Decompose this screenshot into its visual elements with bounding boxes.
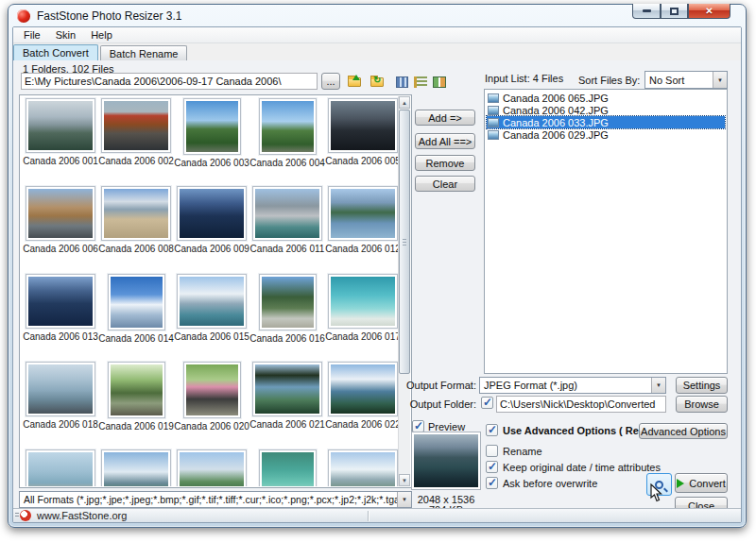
thumbnail-item[interactable]: Canada 2006 004: [249, 98, 325, 186]
thumbnail-item[interactable]: Canada 2006 018: [23, 362, 98, 449]
add-all-button[interactable]: Add All ==>: [415, 133, 475, 149]
output-format-dropdown[interactable]: JPEG Format (*.jpg): [479, 377, 666, 394]
browse-button[interactable]: Browse: [676, 396, 728, 413]
thumbnail-card: [101, 186, 171, 241]
thumbnail-item[interactable]: Canada 2006 003: [174, 98, 249, 186]
thumbnail-item[interactable]: Canada 2006 022: [325, 362, 399, 449]
remove-button[interactable]: Remove: [415, 155, 475, 171]
columns-view-icon: [396, 76, 408, 88]
thumbnails-view-button[interactable]: [431, 74, 448, 90]
thumbnail-label: Canada 2006 011: [250, 244, 325, 254]
menu-item[interactable]: Help: [83, 28, 120, 42]
thumbnail-item[interactable]: Canada 2006 021: [249, 362, 325, 449]
status-link[interactable]: www.FastStone.org: [37, 510, 127, 521]
menu-item[interactable]: Skin: [48, 28, 83, 42]
settings-button[interactable]: Settings: [676, 377, 728, 394]
thumbnail-image: [180, 452, 244, 486]
thumbnail-item[interactable]: Canada 2006 020: [174, 362, 249, 449]
details-view-button[interactable]: [412, 74, 429, 90]
thumbnail-image: [28, 452, 93, 486]
thumbnail-label: Canada 2006 008: [98, 244, 174, 254]
add-button[interactable]: Add =>: [415, 110, 475, 126]
scroll-down-icon[interactable]: ▼: [399, 474, 410, 486]
thumbnail-item[interactable]: Canada 2006 015: [174, 274, 249, 362]
menu-item[interactable]: File: [16, 28, 48, 42]
faststone-logo-icon: [20, 510, 31, 521]
rename-checkbox[interactable]: [486, 445, 498, 457]
thumbnail-image: [331, 364, 395, 414]
app-window: FastStone Photo Resizer 3.1 ✕ FileSkinHe…: [8, 4, 747, 528]
details-view-icon: [414, 76, 427, 88]
thumbnail-card: [108, 362, 165, 418]
format-filter-dropdown[interactable]: All Formats (*.jpg;*.jpe;*.jpeg;*.bmp;*.…: [19, 491, 412, 508]
thumbnail-item[interactable]: [325, 449, 399, 486]
image-file-icon: [488, 93, 499, 103]
input-file-list: Canada 2006 065.JPG Canada 2006 042.JPG …: [484, 89, 728, 374]
play-icon: [677, 479, 684, 488]
close-button[interactable]: ✕: [688, 4, 730, 19]
thumbnail-item[interactable]: Canada 2006 005: [325, 98, 399, 186]
thumbnail-item[interactable]: Canada 2006 014: [98, 274, 174, 362]
input-list-item[interactable]: Canada 2006 065.JPG: [487, 92, 725, 104]
thumbnail-image: [104, 452, 168, 486]
tab[interactable]: Batch Convert: [13, 44, 98, 60]
folder-up-button[interactable]: [346, 74, 363, 90]
thumbnail-image: [104, 101, 168, 150]
thumbnail-item[interactable]: Canada 2006 017: [325, 274, 399, 362]
keep-date-checkbox[interactable]: [486, 461, 498, 473]
use-advanced-options-checkbox[interactable]: [486, 424, 498, 436]
browse-path-button[interactable]: ...: [321, 73, 340, 90]
scroll-up-icon[interactable]: ▲: [399, 96, 410, 109]
output-folder-checkbox[interactable]: [481, 397, 493, 409]
thumbnail-item[interactable]: Canada 2006 002: [98, 98, 174, 186]
thumbnail-image: [104, 189, 168, 238]
thumbnail-image: [255, 364, 319, 414]
thumbnail-label: Canada 2006 012: [325, 244, 399, 254]
thumbnail-card: [252, 186, 322, 241]
thumbnail-item[interactable]: Canada 2006 008: [98, 186, 174, 274]
thumbnail-item[interactable]: [174, 449, 249, 486]
thumbnail-item[interactable]: Canada 2006 001: [23, 98, 98, 186]
thumbnail-item[interactable]: Canada 2006 012: [325, 186, 399, 274]
input-list-item[interactable]: Canada 2006 033.JPG: [487, 116, 725, 128]
clear-button[interactable]: Clear: [415, 176, 475, 192]
title-bar[interactable]: FastStone Photo Resizer 3.1 ✕: [9, 5, 746, 27]
input-list-item[interactable]: Canada 2006 029.JPG: [487, 128, 725, 141]
thumbnail-item[interactable]: Canada 2006 016: [249, 274, 325, 362]
image-file-icon: [488, 130, 499, 140]
output-folder-input[interactable]: [496, 396, 666, 413]
thumbnail-label: Canada 2006 021: [249, 419, 325, 430]
thumbnail-item[interactable]: Canada 2006 019: [98, 362, 174, 449]
thumbnail-item[interactable]: Canada 2006 009: [174, 186, 249, 274]
thumbnail-image: [111, 277, 163, 328]
thumbnail-item[interactable]: [23, 449, 98, 486]
thumbnail-item[interactable]: Canada 2006 013: [23, 274, 98, 362]
columns-view-button[interactable]: [393, 74, 410, 90]
scrollbar-thumb[interactable]: [399, 110, 410, 374]
minimize-button[interactable]: [632, 4, 661, 19]
sort-files-label: Sort Files By:: [578, 75, 640, 86]
thumbnail-card: [328, 186, 398, 241]
folder-path-input[interactable]: [21, 73, 318, 90]
thumbnail-card: [183, 98, 241, 155]
refresh-button[interactable]: ↻: [369, 74, 386, 90]
thumbnail-item[interactable]: Canada 2006 006: [23, 186, 98, 274]
file-name: Canada 2006 065.JPG: [503, 93, 609, 104]
maximize-button[interactable]: [661, 4, 688, 19]
thumbnail-item[interactable]: [98, 449, 174, 486]
mouse-cursor: [649, 483, 662, 502]
thumbnail-item[interactable]: [249, 449, 325, 486]
input-list-item[interactable]: Canada 2006 042.JPG: [487, 104, 725, 116]
image-file-icon: [488, 118, 499, 127]
convert-button[interactable]: Convert: [675, 473, 728, 493]
thumbnail-scrollbar[interactable]: ▲ ▼: [398, 96, 410, 486]
sort-files-dropdown[interactable]: No Sort: [644, 71, 728, 89]
thumbnail-card: [177, 274, 247, 329]
tab-bar: Batch ConvertBatch Rename: [13, 44, 741, 60]
tab[interactable]: Batch Rename: [100, 45, 188, 60]
ask-overwrite-label: Ask before overwrite: [503, 478, 597, 489]
thumbnail-grid: Canada 2006 001 Canada 2006 002 Canada 2…: [21, 96, 399, 486]
advanced-options-button[interactable]: Advanced Options: [639, 423, 728, 439]
ask-overwrite-checkbox[interactable]: [486, 477, 498, 489]
thumbnail-item[interactable]: Canada 2006 011: [249, 186, 325, 274]
